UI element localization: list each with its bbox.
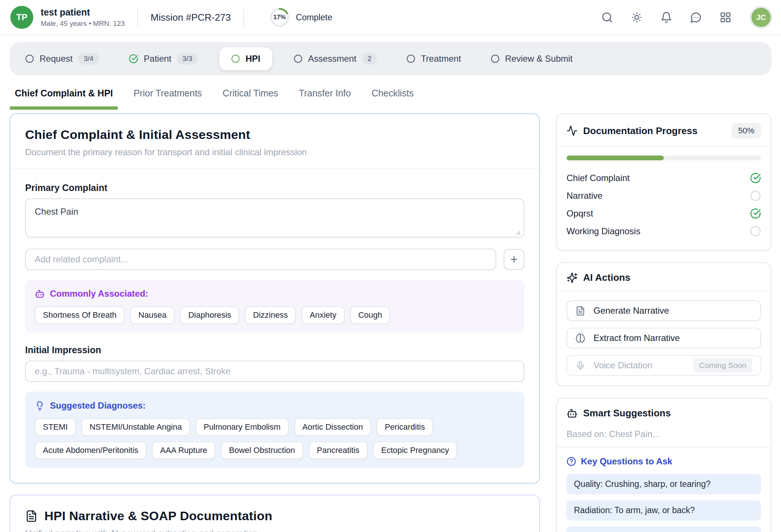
step-complete-icon <box>129 54 138 64</box>
step-treatment[interactable]: Treatment <box>392 54 476 64</box>
ai-action-label: Voice Dictation <box>594 360 652 371</box>
step-circle-icon <box>406 54 415 63</box>
resize-handle-icon[interactable] <box>515 229 521 235</box>
divider <box>137 9 138 26</box>
mission-progress-percent: 17% <box>269 7 290 28</box>
step-badge: 3/4 <box>78 53 99 65</box>
narrative-card-title: HPI Narrative & SOAP Documentation <box>44 509 272 523</box>
associated-chip[interactable]: Nausea <box>130 306 175 324</box>
diagnosis-chip[interactable]: Bowel Obstruction <box>221 441 303 459</box>
step-circle-icon <box>25 54 34 63</box>
chief-card-body: Primary Complaint Chest Pain Commonly As… <box>10 169 539 483</box>
ai-actions-card: AI Actions Generate Narrative Extract fr… <box>556 262 771 386</box>
help-circle-icon <box>567 457 576 466</box>
associated-chip[interactable]: Diaphoresis <box>180 306 239 324</box>
diagnoses-chips-row-1: STEMI NSTEMI/Unstable Angina Pulmonary E… <box>35 418 515 436</box>
diagnosis-chip[interactable]: Acute Abdomen/Peritonitis <box>35 441 146 459</box>
key-question[interactable]: Quality: Crushing, sharp, or tearing? <box>567 474 761 494</box>
ai-actions-body: Generate Narrative Extract from Narrativ… <box>557 291 771 385</box>
tab-chief-complaint-hpi[interactable]: Chief Complaint & HPI <box>10 83 118 110</box>
tab-transfer-info[interactable]: Transfer Info <box>294 83 356 110</box>
chief-complaint-card: Chief Complaint & Initial Assessment Doc… <box>10 113 540 484</box>
step-hpi[interactable]: HPI <box>219 47 272 70</box>
voice-dictation-button[interactable]: Voice Dictation Coming Soon <box>567 355 761 376</box>
workflow-stepper: Request 3/4 Patient 3/3 HPI Assessment 2… <box>10 42 771 75</box>
step-assessment[interactable]: Assessment 2 <box>279 53 392 65</box>
primary-complaint-label: Primary Complaint <box>25 183 524 193</box>
tab-prior-treatments[interactable]: Prior Treatments <box>128 83 207 110</box>
key-question-partial[interactable] <box>567 526 761 532</box>
smart-suggestions-title: Smart Suggestions <box>583 407 671 419</box>
theme-sun-icon[interactable] <box>631 11 643 23</box>
step-request[interactable]: Request 3/4 <box>10 53 114 65</box>
documentation-progress-body: Chief Complaint Narrative Opqrst Working… <box>557 147 771 250</box>
chief-card-title: Chief Complaint & Initial Assessment <box>25 127 524 142</box>
step-review-submit[interactable]: Review & Submit <box>476 54 588 64</box>
generate-narrative-button[interactable]: Generate Narrative <box>567 300 761 321</box>
apps-grid-icon[interactable] <box>720 11 731 23</box>
diagnosis-chip[interactable]: STEMI <box>35 418 76 436</box>
suggested-diagnoses-title: Suggested Diagnoses: <box>50 400 146 411</box>
chief-card-subtitle: Document the primary reason for transpor… <box>25 147 524 157</box>
key-questions-title: Key Questions to Ask <box>581 456 672 467</box>
add-complaint-button[interactable] <box>504 249 524 270</box>
extract-from-narrative-button[interactable]: Extract from Narrative <box>567 328 761 348</box>
bot-icon <box>35 289 45 299</box>
brain-icon <box>575 333 585 343</box>
step-patient[interactable]: Patient 3/3 <box>114 53 213 65</box>
section-tabs: Chief Complaint & HPI Prior Treatments C… <box>0 75 781 110</box>
initial-impression-block: Initial Impression <box>25 345 524 382</box>
associated-chip[interactable]: Dizziness <box>245 306 296 324</box>
commonly-associated-title: Commonly Associated: <box>50 289 148 299</box>
key-question[interactable]: Radiation: To arm, jaw, or back? <box>567 500 761 521</box>
commonly-associated-panel: Commonly Associated: Shortness Of Breath… <box>25 280 524 333</box>
search-icon[interactable] <box>601 11 613 23</box>
related-complaint-input[interactable] <box>25 249 496 270</box>
progress-item-narrative: Narrative <box>567 187 761 205</box>
progress-bar-fill <box>567 156 664 160</box>
diagnosis-chip[interactable]: NSTEMI/Unstable Angina <box>81 418 190 436</box>
mission-progress-ring: 17% <box>269 7 290 28</box>
diagnosis-chip[interactable]: AAA Rupture <box>152 441 215 459</box>
smart-suggestions-card: Smart Suggestions Based on: Chest Pain..… <box>556 398 771 532</box>
notifications-bell-icon[interactable] <box>660 11 672 23</box>
associated-chip[interactable]: Shortness Of Breath <box>35 306 125 324</box>
step-label: Patient <box>144 54 172 64</box>
diagnosis-chip[interactable]: Pulmonary Embolism <box>196 418 289 436</box>
patient-name: test patient <box>41 7 125 18</box>
activity-icon <box>567 125 578 136</box>
progress-item-chief-complaint: Chief Complaint <box>567 169 761 187</box>
narrative-card-header: HPI Narrative & SOAP Documentation Unifi… <box>10 495 539 532</box>
plus-icon <box>509 255 519 264</box>
diagnosis-chip[interactable]: Ectopic Pregnancy <box>373 441 457 459</box>
tab-checklists[interactable]: Checklists <box>366 83 419 110</box>
sidebar: Documentation Progress 50% Chief Complai… <box>556 113 771 532</box>
empty-circle-icon <box>750 190 761 201</box>
diagnosis-chip[interactable]: Pericarditis <box>376 418 433 436</box>
user-avatar[interactable]: JC <box>751 8 771 27</box>
initial-impression-label: Initial Impression <box>25 345 524 355</box>
lightbulb-icon <box>35 401 45 411</box>
progress-item-label: Chief Complaint <box>567 173 630 183</box>
initial-impression-input[interactable] <box>25 361 524 382</box>
messages-icon[interactable] <box>690 11 702 23</box>
primary-complaint-textarea[interactable]: Chest Pain <box>25 198 524 238</box>
divider <box>243 9 244 26</box>
file-text-icon <box>575 306 585 316</box>
patient-info: test patient Male, 45 years • MRN: 123 <box>41 7 125 28</box>
empty-circle-icon <box>750 226 761 237</box>
step-label: Review & Submit <box>505 54 573 64</box>
chief-card-header: Chief Complaint & Initial Assessment Doc… <box>10 114 539 168</box>
progress-bar-track <box>567 156 761 160</box>
coming-soon-badge: Coming Soon <box>693 358 752 373</box>
diagnosis-chip[interactable]: Pancreatitis <box>309 441 368 459</box>
patient-meta: Male, 45 years • MRN: 123 <box>41 20 125 28</box>
progress-item-opqrst: Opqrst <box>567 205 761 222</box>
check-circle-icon <box>750 173 761 184</box>
associated-chip[interactable]: Anxiety <box>301 306 344 324</box>
associated-chip[interactable]: Cough <box>350 306 390 324</box>
suggested-diagnoses-header: Suggested Diagnoses: <box>35 400 515 411</box>
diagnosis-chip[interactable]: Aortic Dissection <box>294 418 371 436</box>
tab-critical-times[interactable]: Critical Times <box>217 83 283 110</box>
narrative-card-subtitle: Unified narrative with AI-powered extrac… <box>25 528 524 532</box>
